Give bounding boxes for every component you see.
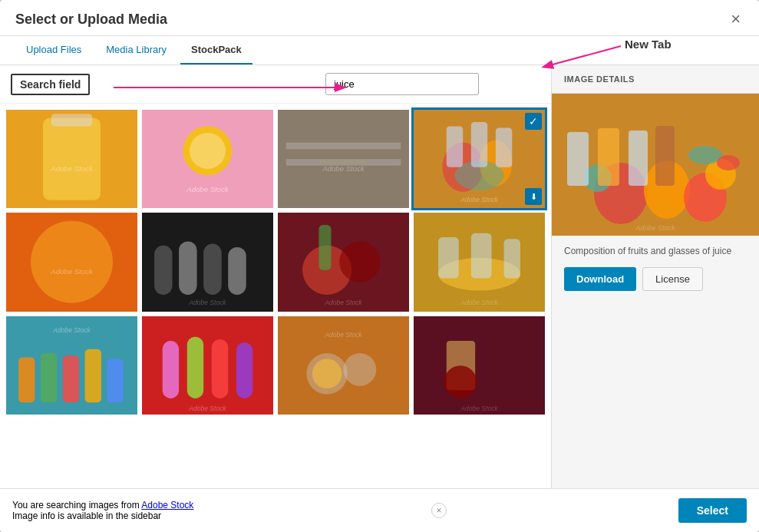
svg-rect-46 bbox=[63, 355, 79, 402]
svg-text:Adobe Stock: Adobe Stock bbox=[460, 299, 498, 306]
svg-text:Adobe Stock: Adobe Stock bbox=[50, 267, 94, 276]
footer-info-area: You are searching images from Adobe Stoc… bbox=[12, 500, 193, 521]
svg-text:Adobe Stock: Adobe Stock bbox=[460, 404, 498, 411]
svg-rect-54 bbox=[236, 342, 252, 398]
grid-item-8[interactable]: Adobe Stock bbox=[414, 213, 545, 311]
main-content: Search field bbox=[0, 65, 552, 488]
svg-rect-20 bbox=[471, 122, 487, 167]
svg-rect-53 bbox=[212, 339, 228, 398]
grid-item-5[interactable]: Adobe Stock bbox=[6, 213, 137, 311]
svg-rect-50 bbox=[142, 316, 273, 415]
tab-library[interactable]: Media Library bbox=[95, 36, 177, 64]
svg-text:Adobe Stock: Adobe Stock bbox=[460, 196, 498, 203]
svg-rect-52 bbox=[187, 336, 203, 398]
grid-item-6[interactable]: Adobe Stock bbox=[142, 213, 273, 311]
footer-line1: You are searching images from Adobe Stoc… bbox=[12, 500, 193, 511]
svg-text:Adobe Stock: Adobe Stock bbox=[324, 299, 362, 306]
footer-line2: Image info is available in the sidebar bbox=[12, 511, 193, 521]
download-icon-badge: ⬇ bbox=[525, 188, 542, 205]
svg-rect-4 bbox=[43, 118, 101, 200]
image-grid: Adobe Stock Adobe Stock bbox=[0, 104, 551, 488]
svg-rect-35 bbox=[318, 225, 331, 270]
modal-header: Select or Upload Media × bbox=[0, 0, 759, 36]
license-button[interactable]: License bbox=[642, 267, 703, 291]
footer-bar: You are searching images from Adobe Stoc… bbox=[0, 488, 759, 532]
svg-point-76 bbox=[717, 155, 740, 170]
adobe-stock-link[interactable]: Adobe Stock bbox=[141, 500, 193, 511]
svg-rect-21 bbox=[496, 128, 512, 167]
svg-rect-45 bbox=[41, 353, 57, 402]
tab-upload[interactable]: Upload Files bbox=[15, 36, 92, 64]
svg-text:Adobe Stock: Adobe Stock bbox=[50, 164, 94, 173]
svg-point-63 bbox=[444, 365, 477, 398]
svg-text:Adobe Stock: Adobe Stock bbox=[188, 299, 226, 306]
svg-point-9 bbox=[190, 133, 226, 169]
svg-rect-28 bbox=[179, 242, 197, 295]
svg-rect-61 bbox=[414, 316, 545, 415]
grid-item-3[interactable]: Adobe Stock bbox=[278, 110, 409, 208]
grid-item-10[interactable]: Adobe Stock bbox=[142, 316, 273, 415]
svg-rect-71 bbox=[567, 132, 589, 186]
modal-container: Select or Upload Media × Upload Files Me… bbox=[0, 0, 759, 532]
modal-title: Select or Upload Media bbox=[15, 12, 167, 28]
svg-rect-74 bbox=[655, 126, 675, 186]
svg-rect-72 bbox=[598, 128, 619, 186]
grid-item-7[interactable]: Adobe Stock bbox=[278, 213, 409, 311]
svg-point-34 bbox=[339, 242, 380, 283]
grid-item-1[interactable]: Adobe Stock bbox=[6, 110, 137, 208]
sidebar-actions: Download License bbox=[552, 264, 759, 300]
svg-rect-51 bbox=[163, 341, 179, 398]
svg-point-58 bbox=[312, 359, 342, 388]
grid-item-2[interactable]: Adobe Stock bbox=[142, 110, 273, 208]
svg-rect-27 bbox=[154, 246, 173, 295]
grid-item-12[interactable]: Adobe Stock bbox=[414, 316, 545, 415]
sidebar-header: IMAGE DETAILS bbox=[552, 65, 759, 94]
grid-item-11[interactable]: Adobe Stock bbox=[278, 316, 409, 415]
svg-text:Adobe Stock: Adobe Stock bbox=[324, 330, 362, 338]
svg-rect-13 bbox=[286, 143, 401, 150]
svg-text:Adobe Stock: Adobe Stock bbox=[188, 404, 226, 411]
selected-check-icon: ✓ bbox=[525, 113, 542, 130]
search-row: Search field bbox=[0, 65, 551, 104]
footer-info-text: You are searching images from bbox=[12, 500, 141, 511]
close-button[interactable]: × bbox=[728, 11, 744, 28]
tab-stockpack[interactable]: StockPack bbox=[180, 36, 252, 64]
sidebar-preview-image: Adobe Stock bbox=[552, 94, 759, 236]
svg-rect-44 bbox=[18, 357, 35, 402]
sidebar-caption: Composition of fruits and glasses of jui… bbox=[552, 238, 759, 264]
dismiss-button[interactable]: × bbox=[431, 503, 447, 518]
select-button[interactable]: Select bbox=[678, 498, 747, 523]
svg-rect-5 bbox=[51, 114, 92, 126]
svg-rect-19 bbox=[447, 126, 463, 167]
search-field-label: Search field bbox=[11, 74, 90, 95]
svg-rect-30 bbox=[228, 247, 246, 295]
svg-rect-48 bbox=[107, 359, 123, 402]
tabs-row: Upload Files Media Library StockPack bbox=[0, 36, 759, 65]
svg-text:Adobe Stock: Adobe Stock bbox=[186, 185, 229, 193]
download-button[interactable]: Download bbox=[564, 267, 636, 291]
svg-rect-40 bbox=[471, 233, 492, 279]
sidebar-image-container: Adobe Stock bbox=[552, 94, 759, 238]
search-input[interactable] bbox=[325, 73, 479, 95]
svg-rect-47 bbox=[85, 349, 101, 401]
svg-rect-29 bbox=[203, 244, 222, 295]
svg-text:Adobe Stock: Adobe Stock bbox=[635, 224, 675, 232]
svg-point-59 bbox=[344, 353, 377, 386]
svg-rect-39 bbox=[438, 237, 459, 278]
svg-rect-73 bbox=[629, 131, 648, 186]
svg-rect-41 bbox=[504, 239, 520, 278]
svg-point-24 bbox=[31, 221, 113, 303]
svg-text:Adobe Stock: Adobe Stock bbox=[52, 326, 91, 334]
grid-item-4[interactable]: Adobe Stock ✓ ⬇ bbox=[414, 110, 545, 208]
modal-body: Search field bbox=[0, 65, 759, 488]
svg-text:Adobe Stock: Adobe Stock bbox=[322, 164, 365, 173]
grid-item-9[interactable]: Adobe Stock bbox=[6, 316, 137, 415]
sidebar: IMAGE DETAILS bbox=[552, 65, 759, 488]
